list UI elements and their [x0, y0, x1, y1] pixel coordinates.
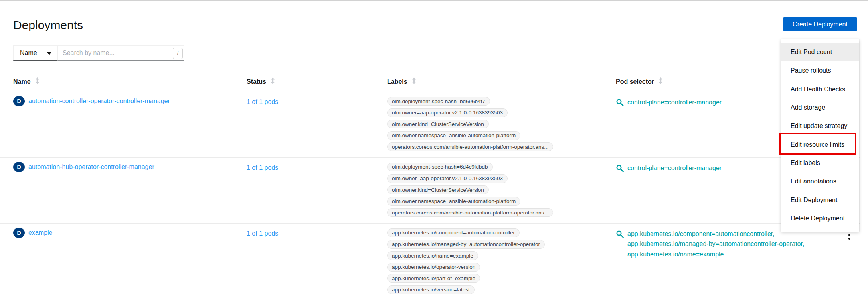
sort-icon — [35, 77, 40, 86]
column-header-pod-selector[interactable]: Pod selector — [616, 77, 663, 86]
name-cell: Dexample — [13, 228, 52, 238]
column-header-status[interactable]: Status — [247, 77, 275, 86]
menu-item-pause-rollouts[interactable]: Pause rollouts — [781, 61, 859, 80]
table-row: Dexample1 of 1 podsapp.kubernetes.io/com… — [0, 224, 860, 301]
menu-item-edit-annotations[interactable]: Edit annotations — [781, 172, 859, 191]
table-body: Dautomation-controller-operator-controll… — [0, 92, 860, 301]
menu-item-edit-resource-limits[interactable]: Edit resource limits — [781, 135, 859, 153]
label-chip: app.kubernetes.io/managed-by=automationc… — [387, 240, 545, 249]
filter-type-label: Name — [20, 49, 37, 57]
label-chip: app.kubernetes.io/version=latest — [387, 285, 475, 294]
label-chip: app.kubernetes.io/operator-version — [387, 263, 480, 272]
label-chip: app.kubernetes.io/part-of=example — [387, 274, 480, 283]
label-chip: olm.owner.namespace=ansible-automation-p… — [387, 197, 520, 206]
label-chip: olm.owner.namespace=ansible-automation-p… — [387, 131, 520, 140]
sort-icon — [270, 77, 275, 86]
search-icon — [616, 229, 624, 242]
page-title: Deployments — [13, 18, 83, 32]
column-header-label: Labels — [387, 78, 407, 85]
deployment-actions-menu: Edit Pod countPause rolloutsAdd Health C… — [781, 39, 859, 232]
create-deployment-button[interactable]: Create Deployment — [783, 17, 857, 31]
label-chip: operators.coreos.com/ansible-automation-… — [387, 142, 553, 151]
deployment-name-link[interactable]: automation-hub-operator-controller-manag… — [28, 163, 154, 171]
pods-status-link[interactable]: 1 of 1 pods — [247, 98, 278, 105]
pod-selector-cell: control-plane=controller-manager — [616, 163, 722, 176]
pods-status-link[interactable]: 1 of 1 pods — [247, 230, 278, 237]
label-chip: olm.owner.kind=ClusterServiceVersion — [387, 185, 489, 194]
table-header-row: NameStatusLabelsPod selector — [0, 76, 860, 92]
sort-icon — [411, 77, 417, 86]
name-cell: Dautomation-controller-operator-controll… — [13, 96, 170, 106]
column-header-label: Status — [247, 78, 266, 85]
status-cell: 1 of 1 pods — [247, 164, 278, 171]
deployments-page: Deployments Name / Create Deployment Nam… — [0, 0, 868, 305]
label-chip: app.kubernetes.io/name=example — [387, 251, 478, 260]
label-chip: olm.owner=aap-operator.v2.1.0-0.16383935… — [387, 174, 508, 183]
pod-selector-link[interactable]: control-plane=controller-manager — [627, 163, 722, 173]
pod-selector-link[interactable]: app.kubernetes.io/component=automationco… — [627, 229, 804, 239]
deployment-name-link[interactable]: automation-controller-operator-controlle… — [28, 98, 170, 105]
table-row: Dautomation-hub-operator-controller-mana… — [0, 158, 860, 224]
table-row: Dautomation-controller-operator-controll… — [0, 92, 860, 158]
label-chip: operators.coreos.com/ansible-automation-… — [387, 208, 553, 217]
deployment-badge: D — [13, 228, 25, 238]
deployment-name-link[interactable]: example — [28, 229, 52, 236]
column-header-label: Name — [13, 78, 31, 85]
column-header-labels[interactable]: Labels — [387, 77, 417, 86]
name-cell: Dautomation-hub-operator-controller-mana… — [13, 162, 154, 172]
menu-item-delete-deployment[interactable]: Delete Deployment — [781, 209, 859, 228]
search-shortcut-badge: / — [173, 48, 183, 59]
search-input[interactable] — [57, 45, 184, 61]
menu-item-edit-labels[interactable]: Edit labels — [781, 154, 859, 172]
pod-selector-cell: app.kubernetes.io/component=automationco… — [616, 229, 804, 260]
deployment-badge: D — [13, 96, 25, 106]
label-chip: olm.owner=aap-operator.v2.1.0-0.16383935… — [387, 108, 508, 117]
label-chip: app.kubernetes.io/component=automationco… — [387, 228, 520, 237]
sort-icon — [658, 77, 663, 86]
search-icon — [616, 97, 624, 110]
pods-status-link[interactable]: 1 of 1 pods — [247, 164, 278, 171]
label-chip: olm.deployment-spec-hash=bd696b4f7 — [387, 97, 490, 106]
column-header-name[interactable]: Name — [13, 77, 40, 86]
pod-selector-link[interactable]: control-plane=controller-manager — [627, 97, 722, 108]
label-chip: olm.deployment-spec-hash=6d4c9fdbdb — [387, 163, 493, 171]
pod-selector-link[interactable]: app.kubernetes.io/managed-by=automationc… — [627, 239, 804, 249]
deployment-badge: D — [13, 162, 25, 172]
search-icon — [616, 163, 624, 176]
menu-item-edit-deployment[interactable]: Edit Deployment — [781, 191, 859, 209]
menu-item-edit-update-strategy[interactable]: Edit update strategy — [781, 117, 859, 135]
pod-selector-link[interactable]: app.kubernetes.io/name=example — [627, 249, 804, 260]
filter-type-dropdown[interactable]: Name — [13, 45, 57, 61]
menu-item-edit-pod-count[interactable]: Edit Pod count — [781, 43, 859, 61]
menu-item-add-storage[interactable]: Add storage — [781, 98, 859, 117]
status-cell: 1 of 1 pods — [247, 230, 278, 237]
column-header-label: Pod selector — [616, 78, 654, 85]
caret-down-icon — [47, 49, 51, 57]
status-cell: 1 of 1 pods — [247, 98, 278, 106]
label-chip: olm.owner.kind=ClusterServiceVersion — [387, 120, 489, 128]
pod-selector-cell: control-plane=controller-manager — [616, 97, 722, 110]
menu-item-add-health-checks[interactable]: Add Health Checks — [781, 80, 859, 98]
